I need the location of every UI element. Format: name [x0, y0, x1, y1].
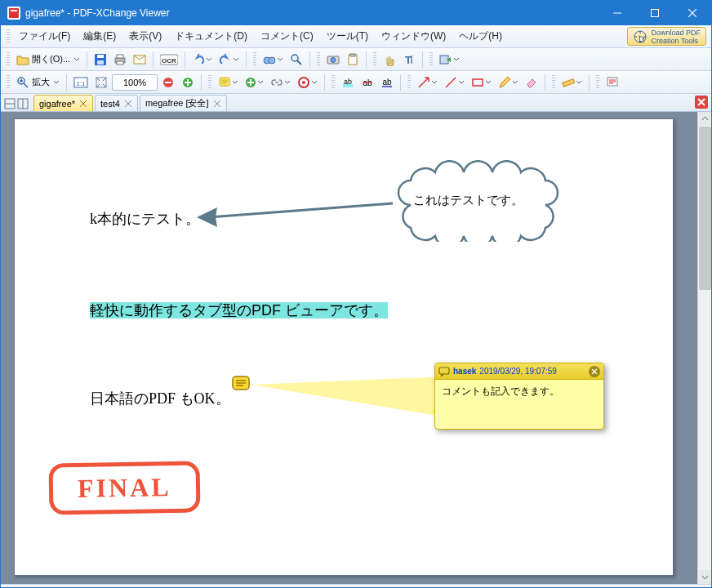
- toolbar-main: 開く(O)... OCR T: [1, 48, 711, 71]
- menu-tool[interactable]: ツール(T): [320, 27, 375, 46]
- fit-page-button[interactable]: [92, 74, 110, 91]
- menu-comment[interactable]: コメント(C): [254, 27, 320, 46]
- zoom-icon: [16, 76, 29, 89]
- zoom-input[interactable]: [112, 74, 158, 91]
- close-all-tabs-button[interactable]: [695, 96, 708, 109]
- print-button[interactable]: [111, 51, 129, 69]
- strikeout-tool[interactable]: ab: [358, 74, 376, 91]
- clipboard-button[interactable]: [344, 51, 362, 69]
- clipboard-icon: [346, 53, 359, 66]
- grip[interactable]: [596, 75, 599, 90]
- zoom-tool-button[interactable]: 拡大: [14, 74, 62, 91]
- zoom-in-button[interactable]: [179, 74, 197, 91]
- statusbar: 20.99 x 29.70 cm: [1, 584, 711, 588]
- export-image-button[interactable]: [437, 51, 462, 69]
- grip[interactable]: [7, 52, 10, 67]
- line-tool[interactable]: [442, 74, 467, 91]
- actual-size-button[interactable]: 1:1: [71, 74, 91, 91]
- svg-rect-38: [563, 78, 575, 86]
- select-tool-button[interactable]: T: [400, 51, 418, 69]
- page-viewport[interactable]: これはテストです。 k本的にテスト。 軽快に動作するタブ型のPDF ビューアです…: [1, 112, 697, 584]
- menu-view[interactable]: 表示(V): [122, 27, 168, 46]
- search-button[interactable]: [287, 51, 305, 69]
- underline-tool[interactable]: ab: [378, 74, 396, 91]
- add-tool[interactable]: [243, 74, 266, 91]
- sticky-note-tool[interactable]: [216, 74, 241, 91]
- zoom-out-button[interactable]: [159, 74, 177, 91]
- vertical-scrollbar[interactable]: [697, 112, 711, 584]
- fit-page-icon: [95, 76, 108, 89]
- close-tab-icon[interactable]: [124, 100, 132, 108]
- highlight-annotation[interactable]: 軽快に動作するタブ型のPDF ビューアです。: [90, 302, 388, 318]
- pencil-tool[interactable]: [496, 74, 521, 91]
- svg-text:ab: ab: [344, 78, 352, 86]
- rect-tool[interactable]: [469, 74, 494, 91]
- snapshot-button[interactable]: [324, 51, 342, 69]
- arrow-icon: [417, 76, 430, 89]
- undo-button[interactable]: [189, 51, 215, 69]
- highlight-tool[interactable]: ab: [339, 74, 357, 91]
- ocr-button[interactable]: OCR: [158, 51, 180, 69]
- eraser-tool[interactable]: [523, 74, 541, 91]
- save-button[interactable]: [91, 51, 109, 69]
- maximize-button[interactable]: [636, 1, 674, 25]
- comment-close-button[interactable]: [589, 366, 600, 377]
- link-tool[interactable]: [268, 74, 293, 91]
- hand-tool-button[interactable]: [380, 51, 398, 69]
- menu-file[interactable]: ファイル(F): [12, 27, 77, 46]
- arrow-tool[interactable]: [415, 74, 440, 91]
- content-area: これはテストです。 k本的にテスト。 軽快に動作するタブ型のPDF ビューアです…: [1, 112, 711, 584]
- scrollbar-thumb[interactable]: [699, 127, 711, 290]
- email-button[interactable]: [131, 51, 149, 69]
- grip[interactable]: [7, 75, 10, 90]
- measure-tool[interactable]: [559, 74, 585, 91]
- grip[interactable]: [7, 29, 10, 44]
- tab-megafree[interactable]: megafree [安全]: [140, 95, 227, 111]
- find-button[interactable]: [260, 51, 286, 69]
- tab-test4[interactable]: test4: [95, 95, 138, 111]
- grip[interactable]: [373, 52, 376, 67]
- comment-body[interactable]: コメントも記入できます。: [435, 380, 603, 429]
- grip[interactable]: [429, 52, 433, 67]
- actual-size-icon: 1:1: [73, 76, 88, 89]
- redo-button[interactable]: [216, 51, 242, 69]
- grip[interactable]: [317, 52, 320, 67]
- download-pdf-tools-button[interactable]: Download PDF Creation Tools: [627, 27, 706, 46]
- svg-rect-9: [117, 55, 123, 58]
- comment-header[interactable]: hasek 2019/03/29, 19:07:59: [435, 363, 603, 380]
- close-button[interactable]: [674, 1, 711, 25]
- pane-vertical-icon[interactable]: [17, 98, 29, 109]
- scroll-down-button[interactable]: [699, 570, 711, 584]
- pdf-page: これはテストです。 k本的にテスト。 軽快に動作するタブ型のPDF ビューアです…: [14, 118, 674, 576]
- grip[interactable]: [253, 52, 256, 67]
- menu-help[interactable]: ヘルプ(H): [452, 27, 509, 46]
- show-comments-button[interactable]: [603, 74, 621, 91]
- close-tab-icon[interactable]: [79, 100, 87, 108]
- plus-icon: [182, 77, 194, 88]
- stamp-annotation[interactable]: FINAL: [48, 461, 200, 514]
- close-tab-icon[interactable]: [213, 100, 221, 108]
- grip[interactable]: [407, 75, 411, 90]
- open-button[interactable]: 開く(O)...: [14, 51, 82, 69]
- comment-popup[interactable]: hasek 2019/03/29, 19:07:59 コメントも記入できます。: [434, 363, 604, 430]
- menu-edit[interactable]: 編集(E): [77, 27, 122, 46]
- menu-document[interactable]: ドキュメント(D): [168, 27, 254, 46]
- grip[interactable]: [208, 75, 211, 90]
- svg-rect-7: [97, 60, 104, 65]
- line-icon: [444, 76, 457, 89]
- sticky-note-icon[interactable]: [232, 376, 250, 392]
- stamp-tool[interactable]: [295, 74, 320, 91]
- menubar: ファイル(F) 編集(E) 表示(V) ドキュメント(D) コメント(C) ツー…: [1, 25, 711, 48]
- doc-text-2: 軽快に動作するタブ型のPDF ビューアです。: [90, 301, 388, 320]
- menu-window[interactable]: ウィンドウ(W): [375, 27, 452, 46]
- minimize-button[interactable]: [599, 1, 636, 25]
- grip[interactable]: [552, 75, 555, 90]
- callout-text[interactable]: これはテストです。: [413, 193, 523, 208]
- scroll-up-button[interactable]: [699, 112, 711, 126]
- grip[interactable]: [332, 75, 335, 90]
- tab-gigafree[interactable]: gigafree*: [33, 95, 93, 111]
- svg-rect-43: [439, 368, 449, 374]
- arrow-annotation[interactable]: [193, 201, 397, 234]
- comment-bubble-icon: [438, 367, 450, 376]
- pane-horizontal-icon[interactable]: [4, 98, 16, 109]
